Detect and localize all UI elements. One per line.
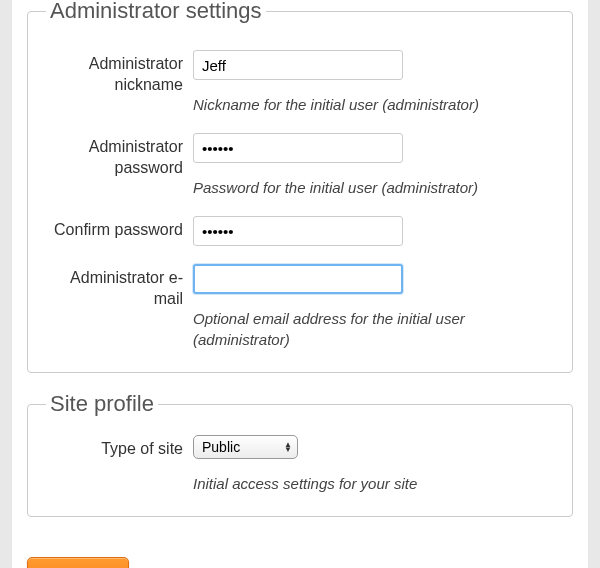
admin-password-input[interactable] bbox=[193, 133, 403, 163]
confirm-password-row: Confirm password bbox=[46, 216, 554, 246]
site-type-label: Type of site bbox=[46, 435, 193, 460]
site-profile-legend: Site profile bbox=[46, 391, 158, 417]
administrator-settings-legend: Administrator settings bbox=[46, 0, 266, 24]
site-type-row: Type of site Public ▲▼ Initial access se… bbox=[46, 435, 554, 494]
administrator-settings-fieldset: Administrator settings Administrator nic… bbox=[27, 0, 573, 373]
admin-email-label: Administrator e-mail bbox=[46, 264, 193, 310]
confirm-password-input[interactable] bbox=[193, 216, 403, 246]
admin-password-row: Administrator password Password for the … bbox=[46, 133, 554, 198]
submit-button[interactable]: SUBMIT bbox=[27, 557, 129, 568]
site-profile-fieldset: Site profile Type of site Public ▲▼ Init… bbox=[27, 391, 573, 517]
admin-nickname-label: Administrator nickname bbox=[46, 50, 193, 96]
admin-email-help: Optional email address for the initial u… bbox=[193, 308, 554, 350]
admin-password-label: Administrator password bbox=[46, 133, 193, 179]
confirm-password-label: Confirm password bbox=[46, 216, 193, 241]
admin-email-input[interactable] bbox=[193, 264, 403, 294]
admin-nickname-help: Nickname for the initial user (administr… bbox=[193, 94, 554, 115]
admin-email-row: Administrator e-mail Optional email addr… bbox=[46, 264, 554, 350]
admin-nickname-row: Administrator nickname Nickname for the … bbox=[46, 50, 554, 115]
admin-nickname-input[interactable] bbox=[193, 50, 403, 80]
site-type-select[interactable]: Public bbox=[193, 435, 298, 459]
site-type-help: Initial access settings for your site bbox=[193, 473, 554, 494]
admin-password-help: Password for the initial user (administr… bbox=[193, 177, 554, 198]
